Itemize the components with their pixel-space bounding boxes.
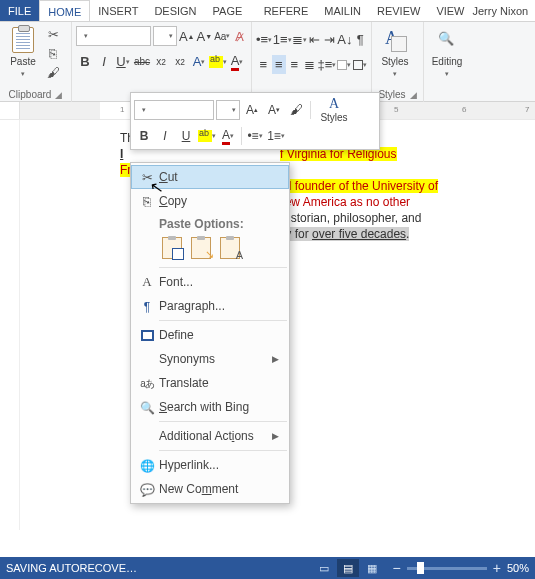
- mini-numbering[interactable]: 1≡▾: [266, 126, 286, 146]
- mini-font-color[interactable]: A▾: [218, 126, 238, 146]
- brush-icon: [290, 102, 303, 117]
- font-name-combo[interactable]: ▾: [76, 26, 151, 46]
- decrease-indent-button[interactable]: ⇤: [308, 30, 322, 49]
- align-center-button[interactable]: ≡: [272, 55, 287, 74]
- copy-button[interactable]: [44, 45, 62, 61]
- ribbon: Paste▾ Clipboard◢ ▾ ▾ A▲ A▼ Aa▾ A̷ B I: [0, 22, 535, 102]
- editing-button[interactable]: Editing▾: [428, 24, 466, 79]
- text-effects-button[interactable]: A▾: [190, 52, 208, 71]
- ctx-new-comment[interactable]: New Comment: [131, 477, 289, 501]
- copy-icon: [49, 46, 57, 61]
- copy-icon: [143, 194, 151, 209]
- clear-formatting-button[interactable]: A̷: [232, 27, 247, 46]
- ruler-vertical[interactable]: [0, 120, 20, 530]
- bold-button[interactable]: B: [76, 52, 94, 71]
- view-web-layout[interactable]: ▦: [361, 559, 383, 577]
- zoom-out-button[interactable]: −: [393, 561, 401, 575]
- ctx-define[interactable]: Define: [131, 323, 289, 347]
- ctx-copy[interactable]: Copy: [131, 189, 289, 213]
- sort-button[interactable]: A↓: [337, 30, 352, 49]
- mini-format-painter[interactable]: [286, 100, 306, 120]
- ctx-cut[interactable]: Cut: [131, 165, 289, 189]
- shading-button[interactable]: ▾: [337, 55, 352, 74]
- mini-toolbar: ▾ ▾ A▴ A▾ A Styles B I U ▾ A▾ •≡▾ 1≡▾: [130, 92, 380, 150]
- mini-styles[interactable]: A Styles: [315, 96, 353, 123]
- highlight-button[interactable]: ▾: [209, 52, 227, 71]
- ruler-tick: 5: [394, 105, 398, 114]
- mini-grow-font[interactable]: A▴: [242, 100, 262, 120]
- paste-merge-formatting[interactable]: [188, 235, 214, 261]
- tab-review[interactable]: REVIEW: [369, 0, 428, 21]
- numbering-button[interactable]: 1≡▾: [273, 30, 291, 49]
- ctx-search-bing[interactable]: Search with Bing: [131, 395, 289, 419]
- paste-text-only[interactable]: [217, 235, 243, 261]
- clipboard-launcher[interactable]: ◢: [55, 90, 62, 100]
- user-account[interactable]: Jerry Nixon ▾: [473, 0, 536, 21]
- mini-font-size[interactable]: ▾: [216, 100, 240, 120]
- italic-button[interactable]: I: [95, 52, 113, 71]
- mini-bold[interactable]: B: [134, 126, 154, 146]
- styles-button[interactable]: Styles▾: [376, 24, 414, 79]
- ctx-synonyms[interactable]: Synonyms ▶: [131, 347, 289, 371]
- align-left-button[interactable]: ≡: [256, 55, 271, 74]
- increase-indent-button[interactable]: ⇥: [323, 30, 337, 49]
- show-marks-button[interactable]: ¶: [353, 30, 367, 49]
- mini-shrink-font[interactable]: A▾: [264, 100, 284, 120]
- mini-italic[interactable]: I: [155, 126, 175, 146]
- view-read-mode[interactable]: ▭: [313, 559, 335, 577]
- ctx-paragraph[interactable]: Paragraph...: [131, 294, 289, 318]
- group-styles-label: Styles: [378, 89, 405, 100]
- view-print-layout[interactable]: ▤: [337, 559, 359, 577]
- line-spacing-button[interactable]: ‡≡▾: [318, 55, 336, 74]
- strikethrough-button[interactable]: abc: [133, 52, 151, 71]
- mini-underline[interactable]: U: [176, 126, 196, 146]
- multilevel-button[interactable]: ≣▾: [292, 30, 307, 49]
- font-icon: [142, 274, 151, 290]
- tab-page-layout[interactable]: PAGE L: [205, 0, 256, 21]
- tab-mailings[interactable]: MAILIN: [316, 0, 369, 21]
- format-painter-button[interactable]: [44, 64, 62, 80]
- tab-view[interactable]: VIEW: [428, 0, 472, 21]
- ctx-font[interactable]: Font...: [131, 270, 289, 294]
- subscript-button[interactable]: x2: [152, 52, 170, 71]
- tab-design[interactable]: DESIGN: [146, 0, 204, 21]
- borders-button[interactable]: ▾: [353, 55, 368, 74]
- grow-font-button[interactable]: A▲: [179, 27, 195, 46]
- scissors-icon: [48, 27, 59, 42]
- ctx-translate[interactable]: Translate: [131, 371, 289, 395]
- ctx-hyperlink[interactable]: Hyperlink...: [131, 453, 289, 477]
- mini-font-name[interactable]: ▾: [134, 100, 214, 120]
- translate-icon: [140, 375, 154, 391]
- styles-launcher[interactable]: ◢: [410, 90, 417, 100]
- cut-button[interactable]: [44, 26, 62, 42]
- ruler-tick: 1: [120, 105, 124, 114]
- tab-insert[interactable]: INSERT: [90, 0, 146, 21]
- underline-button[interactable]: U▾: [114, 52, 132, 71]
- hyperlink-icon: [140, 458, 154, 472]
- zoom-in-button[interactable]: +: [493, 561, 501, 575]
- mini-highlight[interactable]: ▾: [197, 126, 217, 146]
- shrink-font-button[interactable]: A▼: [197, 27, 213, 46]
- superscript-button[interactable]: x2: [171, 52, 189, 71]
- ctx-additional-actions[interactable]: Additional Actions ▶: [131, 424, 289, 448]
- justify-button[interactable]: ≣: [303, 55, 318, 74]
- mini-bullets[interactable]: •≡▾: [245, 126, 265, 146]
- font-color-button[interactable]: A▾: [228, 52, 246, 71]
- tab-home[interactable]: HOME: [39, 0, 90, 21]
- change-case-button[interactable]: Aa▾: [214, 27, 230, 46]
- ruler-tick: 6: [462, 105, 466, 114]
- tab-file[interactable]: FILE: [0, 0, 39, 21]
- paste-button[interactable]: Paste▾: [4, 24, 42, 79]
- group-clipboard-label: Clipboard: [9, 89, 52, 100]
- styles-icon: [383, 28, 407, 52]
- find-icon: [438, 31, 456, 49]
- zoom-level[interactable]: 50%: [507, 562, 529, 574]
- bullets-button[interactable]: •≡▾: [256, 30, 272, 49]
- zoom-slider[interactable]: [407, 567, 487, 570]
- font-size-combo[interactable]: ▾: [153, 26, 177, 46]
- paste-keep-source[interactable]: ▦: [159, 235, 185, 261]
- highlight-icon: [209, 56, 223, 68]
- align-right-button[interactable]: ≡: [287, 55, 302, 74]
- comment-icon: [140, 482, 155, 497]
- tab-references[interactable]: REFERE: [256, 0, 317, 21]
